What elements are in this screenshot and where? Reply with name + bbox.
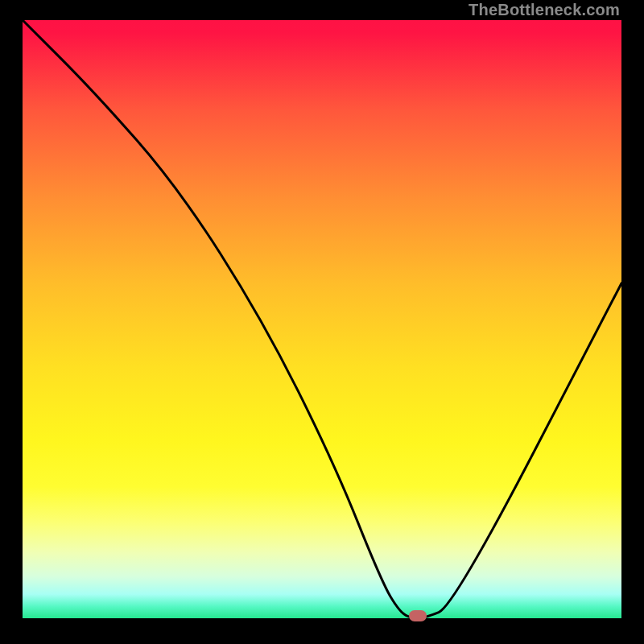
optimal-marker [409,610,427,621]
chart-container: TheBottleneck.com [0,0,644,644]
plot-area [23,20,621,618]
curve-path [23,20,621,618]
watermark-text: TheBottleneck.com [469,1,620,19]
bottleneck-curve [23,20,621,618]
